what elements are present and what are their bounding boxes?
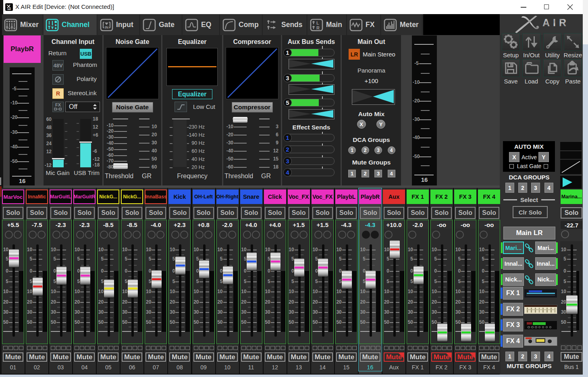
svg-text:IN: IN [105, 25, 108, 29]
svg-text:R: R [316, 25, 320, 30]
svg-text:AIR: AIR [542, 17, 569, 28]
svg-text:AIR: AIR [7, 8, 11, 10]
svg-text:L: L [316, 20, 319, 25]
svg-text:FX: FX [55, 102, 61, 107]
